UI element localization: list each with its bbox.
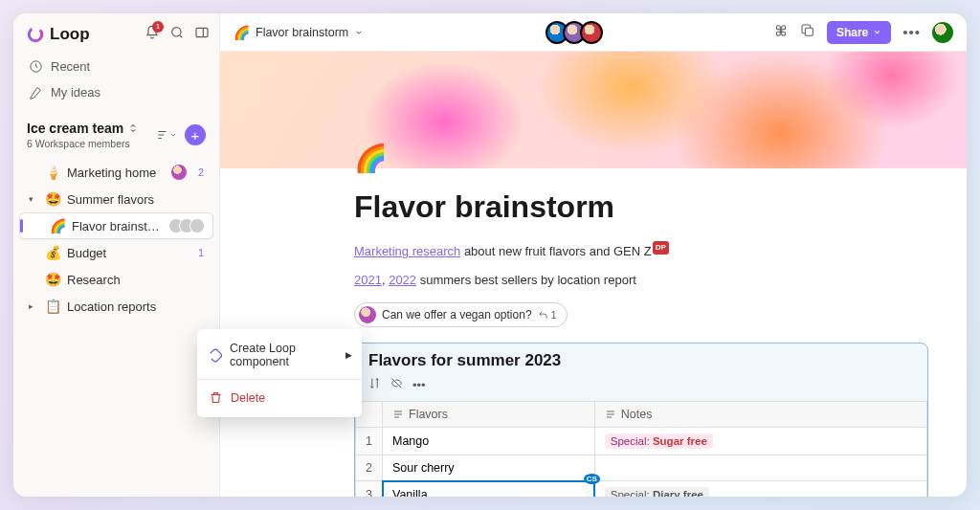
- account-avatar[interactable]: [932, 22, 953, 43]
- sort-button[interactable]: [156, 128, 177, 142]
- paragraph[interactable]: Marketing research about new fruit flavo…: [354, 242, 928, 261]
- page-emoji: 🌈: [234, 25, 250, 40]
- presence-avatars[interactable]: [546, 21, 603, 44]
- app-name: Loop: [50, 25, 90, 44]
- nav-recent-label: Recent: [51, 59, 90, 74]
- command-icon: [773, 23, 789, 38]
- tree-item-research[interactable]: 🤩 Research: [19, 266, 213, 293]
- tree-item-budget[interactable]: 💰 Budget 1: [19, 239, 213, 266]
- plus-icon: +: [191, 128, 200, 143]
- panel-toggle-button[interactable]: [194, 25, 210, 44]
- trash-icon: [209, 390, 223, 405]
- page-label: Flavor brainstorm: [72, 219, 163, 233]
- copy-icon: [800, 23, 815, 38]
- component-more-button[interactable]: •••: [412, 378, 426, 392]
- tree-item-location-reports[interactable]: ▸ 📋 Location reports: [19, 293, 213, 320]
- flavors-table: Flavors Notes 1 Mango: [355, 401, 927, 497]
- reply-count: 1: [538, 309, 557, 321]
- sort-icon: [156, 128, 169, 142]
- panel-icon: [194, 25, 210, 40]
- text: about new fruit flavors and GEN Z: [460, 244, 651, 258]
- column-header-flavors[interactable]: Flavors: [383, 402, 595, 428]
- chevron-down-icon: [169, 128, 177, 142]
- link-marketing-research[interactable]: Marketing research: [354, 244, 460, 258]
- separator: [197, 379, 362, 380]
- sort-icon: [368, 377, 381, 389]
- page-title[interactable]: Flavor brainstorm: [354, 189, 928, 225]
- component-title[interactable]: Flavors for summer 2023: [355, 344, 927, 374]
- paragraph[interactable]: 2021, 2022 summers best sellers by locat…: [354, 271, 928, 290]
- ctx-label: Delete: [231, 391, 265, 405]
- chevron-down-icon: [354, 28, 364, 37]
- loop-component-icon: [209, 348, 222, 363]
- link-2022[interactable]: 2022: [389, 273, 416, 287]
- cell-notes[interactable]: Special: Diary free: [594, 481, 926, 498]
- link-2021[interactable]: 2021: [354, 273, 382, 287]
- visibility-button[interactable]: [390, 376, 403, 393]
- keyboard-shortcuts-button[interactable]: [773, 23, 789, 42]
- notifications-button[interactable]: 1: [145, 25, 160, 44]
- page-emoji: 🌈: [49, 218, 66, 233]
- text-column-icon: [392, 409, 404, 420]
- cell-notes[interactable]: [594, 455, 926, 481]
- page-label: Summer flavors: [67, 192, 206, 207]
- table-row[interactable]: 2 Sour cherry: [356, 455, 927, 481]
- sidebar: Loop 1 Recent My: [13, 13, 220, 497]
- share-label: Share: [836, 26, 868, 39]
- nav-my-ideas[interactable]: My ideas: [23, 79, 210, 105]
- column-header-notes[interactable]: Notes: [594, 402, 926, 428]
- ctx-create-loop-component[interactable]: Create Loop component: [197, 335, 362, 375]
- page-emoji: 📋: [44, 299, 61, 314]
- app-logo[interactable]: Loop: [27, 25, 90, 44]
- add-page-button[interactable]: +: [185, 124, 206, 145]
- avatar: [359, 306, 376, 323]
- share-button[interactable]: Share: [827, 21, 891, 44]
- workspace-switcher[interactable]: Ice cream team: [27, 121, 139, 136]
- page-emoji: 💰: [44, 245, 61, 260]
- chevron-down-icon: ▾: [29, 194, 38, 204]
- ctx-label: Create Loop component: [230, 342, 350, 368]
- tree-item-marketing-home[interactable]: 🍦 Marketing home 2: [19, 159, 213, 186]
- row-number: 3: [356, 481, 383, 498]
- loop-component[interactable]: Flavors for summer 2023 ••• Flavors: [354, 343, 928, 497]
- sort-rows-button[interactable]: [368, 376, 381, 393]
- loop-logo-icon: [27, 26, 44, 43]
- table-row[interactable]: 3 Vanilla CS Special: Diary free: [356, 481, 927, 498]
- cell-flavor[interactable]: Sour cherry: [383, 455, 595, 481]
- topbar: 🌈 Flavor brainstorm: [220, 13, 967, 52]
- breadcrumb[interactable]: 🌈 Flavor brainstorm: [234, 25, 364, 40]
- more-options-button[interactable]: •••: [902, 24, 921, 40]
- text: summers best sellers by location report: [416, 273, 636, 287]
- collaborator-cursor: DP: [653, 241, 669, 255]
- page-label: Budget: [67, 246, 192, 260]
- table-row[interactable]: 1 Mango Special: Sugar free: [356, 428, 927, 455]
- tree-item-summer-flavors[interactable]: ▾ 🤩 Summer flavors: [19, 186, 213, 212]
- svg-rect-2: [196, 28, 208, 36]
- text-column-icon: [605, 409, 616, 420]
- svg-point-0: [27, 26, 44, 43]
- ctx-delete[interactable]: Delete: [197, 384, 362, 411]
- chevron-right-icon: ▸: [29, 301, 38, 311]
- workspace-name-label: Ice cream team: [27, 121, 123, 136]
- inline-comment[interactable]: Can we offer a vegan option? 1: [354, 302, 568, 327]
- chevron-down-icon: [873, 28, 881, 36]
- page-cover[interactable]: 🌈: [220, 52, 967, 168]
- copy-component-button[interactable]: [800, 23, 815, 42]
- cell-flavor-active[interactable]: Vanilla CS: [383, 481, 595, 498]
- comment-text: Can we offer a vegan option?: [382, 308, 532, 322]
- reply-icon: [538, 310, 548, 321]
- updown-icon: [127, 122, 139, 134]
- page-emoji: 🍦: [44, 165, 61, 180]
- cell-flavor[interactable]: Mango: [383, 428, 595, 455]
- tree-item-flavor-brainstorm[interactable]: 🌈 Flavor brainstorm: [19, 212, 213, 239]
- row-number: 2: [356, 455, 383, 481]
- search-button[interactable]: [169, 25, 185, 44]
- nav-recent[interactable]: Recent: [23, 54, 210, 79]
- clock-icon: [29, 59, 43, 74]
- svg-rect-5: [805, 28, 813, 35]
- cell-notes[interactable]: Special: Sugar free: [594, 428, 926, 455]
- page-label: Marketing home: [67, 166, 166, 180]
- page-label: Research: [67, 273, 206, 287]
- presence-stack: [168, 218, 205, 233]
- context-menu: Create Loop component Delete: [197, 329, 362, 417]
